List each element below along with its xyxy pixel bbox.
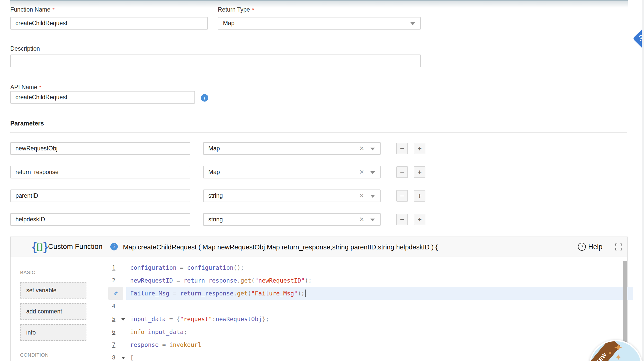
add-parameter-button[interactable]: + xyxy=(414,143,425,154)
sidebar-section-label: BASIC xyxy=(20,270,35,275)
chevron-down-icon[interactable] xyxy=(370,148,375,150)
parameters-heading: Parameters xyxy=(10,120,44,127)
info-icon[interactable]: i xyxy=(110,243,118,250)
gutter-row: ✎ xyxy=(101,287,126,300)
gutter-row: 7 xyxy=(101,338,126,351)
top-shadow xyxy=(10,1,628,8)
parameter-name-input[interactable] xyxy=(10,213,190,226)
editor-sidebar: BASICset variableadd commentinfoCONDITIO… xyxy=(11,257,101,361)
parameter-row: string ✕ − + xyxy=(0,189,644,203)
gutter-row: 5 xyxy=(101,313,126,326)
fold-arrow-icon[interactable] xyxy=(121,318,125,321)
parameter-type-select[interactable]: string ✕ xyxy=(203,213,381,226)
gutter-row: 1 xyxy=(101,261,126,274)
remove-parameter-button[interactable]: − xyxy=(396,166,408,178)
sidebar-drag-item[interactable]: add comment xyxy=(20,303,86,320)
clear-icon[interactable]: ✕ xyxy=(359,169,364,176)
fold-arrow-icon[interactable] xyxy=(121,357,125,359)
parameter-type-value: string xyxy=(208,216,223,223)
parameter-row: Map ✕ − + xyxy=(0,142,644,156)
divider xyxy=(10,132,627,133)
gutter-row: 2 xyxy=(101,274,126,287)
code-line[interactable]: Failure_Msg = return_response.get("Failu… xyxy=(126,287,623,300)
code-line[interactable]: info input_data; xyxy=(126,326,623,338)
add-parameter-button[interactable]: + xyxy=(414,190,425,202)
code-area[interactable]: configuration = configuration();newReque… xyxy=(126,257,623,361)
parameter-row: string ✕ − + xyxy=(0,213,644,227)
info-icon[interactable]: i xyxy=(201,94,208,102)
code-line[interactable]: configuration = configuration(); xyxy=(126,261,623,274)
editor-gutter: 12✎45678 xyxy=(101,257,126,361)
required-asterisk: * xyxy=(39,84,41,90)
parameter-type-value: Map xyxy=(208,169,220,176)
sidebar-drag-item[interactable]: info xyxy=(20,324,86,341)
parameter-type-select[interactable]: Map ✕ xyxy=(203,142,381,155)
parameter-type-value: string xyxy=(208,192,223,199)
line-number[interactable]: 1 xyxy=(112,264,115,271)
editor-title: Custom Function xyxy=(48,242,103,251)
chevron-down-icon[interactable] xyxy=(370,171,375,174)
remove-parameter-button[interactable]: − xyxy=(396,143,408,154)
clear-icon[interactable]: ✕ xyxy=(359,192,364,199)
sidebar-section-label: CONDITION xyxy=(20,352,49,358)
remove-parameter-button[interactable]: − xyxy=(396,190,408,202)
code-line[interactable]: input_data = {"request":newRequestObj}; xyxy=(126,313,623,326)
parameter-row: Map ✕ − + xyxy=(0,166,644,179)
return-type-select[interactable]: Map xyxy=(218,17,421,30)
fullscreen-icon[interactable] xyxy=(615,243,622,250)
line-number: 4 xyxy=(112,303,115,309)
line-number[interactable]: 5 xyxy=(112,316,115,322)
code-line[interactable]: newRequestID = return_response.get("newR… xyxy=(126,274,623,287)
return-type-value: Map xyxy=(223,20,235,27)
parameter-name-input[interactable] xyxy=(10,166,190,178)
line-number[interactable]: 2 xyxy=(112,277,115,284)
function-signature: Map createChildRequest ( Map newRequestO… xyxy=(123,243,438,251)
custom-function-icon: {[]} xyxy=(32,240,48,253)
add-parameter-button[interactable]: + xyxy=(414,166,425,178)
line-number: 8 xyxy=(112,354,115,361)
sparkle-icon: ✦ xyxy=(615,353,622,361)
clear-icon[interactable]: ✕ xyxy=(359,216,364,223)
function-name-label: Function Name* xyxy=(10,6,55,13)
help-button[interactable]: Help xyxy=(588,243,603,251)
pencil-icon: ✎ xyxy=(114,287,118,300)
api-name-label: API Name* xyxy=(10,84,41,91)
required-asterisk: * xyxy=(252,7,254,13)
editor-header: {[]} Custom Function i Map createChildRe… xyxy=(11,237,627,257)
remove-parameter-button[interactable]: − xyxy=(396,214,408,225)
clear-icon[interactable]: ✕ xyxy=(359,145,364,152)
gutter-row: 8 xyxy=(101,351,126,361)
help-icon[interactable]: ? xyxy=(578,243,586,251)
chevron-down-icon[interactable] xyxy=(370,219,375,221)
function-name-input[interactable] xyxy=(10,17,208,30)
description-input[interactable] xyxy=(10,55,421,67)
page-scrollbar[interactable] xyxy=(642,0,644,361)
required-asterisk: * xyxy=(52,7,55,13)
code-line[interactable]: response = invokeurl xyxy=(126,338,623,351)
edit-line-button[interactable]: ✎ xyxy=(108,287,123,300)
sparkle-icon: ✦ xyxy=(614,342,623,354)
parameter-type-select[interactable]: Map ✕ xyxy=(203,166,381,178)
parameter-type-value: Map xyxy=(208,145,220,152)
line-number[interactable]: 7 xyxy=(112,341,115,348)
sidebar-drag-item[interactable]: set variable xyxy=(20,282,86,299)
text-cursor xyxy=(305,290,306,297)
line-number[interactable]: 6 xyxy=(112,329,115,335)
parameter-name-input[interactable] xyxy=(10,189,190,202)
return-type-label: Return Type* xyxy=(218,6,254,13)
add-parameter-button[interactable]: + xyxy=(414,214,425,225)
chevron-down-icon[interactable] xyxy=(370,195,375,198)
parameter-name-input[interactable] xyxy=(10,142,190,155)
chevron-down-icon[interactable] xyxy=(410,22,415,25)
sparkle-icon: ✦ xyxy=(608,350,612,357)
parameter-type-select[interactable]: string ✕ xyxy=(203,189,381,202)
editor-scrollbar-thumb[interactable] xyxy=(623,261,627,346)
custom-function-editor: {[]} Custom Function i Map createChildRe… xyxy=(10,237,628,361)
code-line[interactable]: [ xyxy=(126,351,623,361)
api-name-input[interactable] xyxy=(10,91,195,104)
code-line[interactable] xyxy=(126,300,623,313)
gutter-row: 4 xyxy=(101,300,126,313)
gutter-row: 6 xyxy=(101,326,126,338)
description-label: Description xyxy=(10,45,40,52)
